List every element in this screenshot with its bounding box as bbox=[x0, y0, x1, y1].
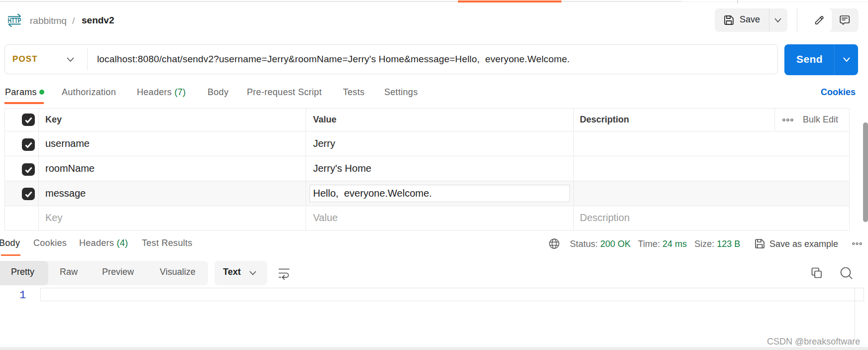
svg-text:HTTP: HTTP bbox=[8, 16, 21, 24]
